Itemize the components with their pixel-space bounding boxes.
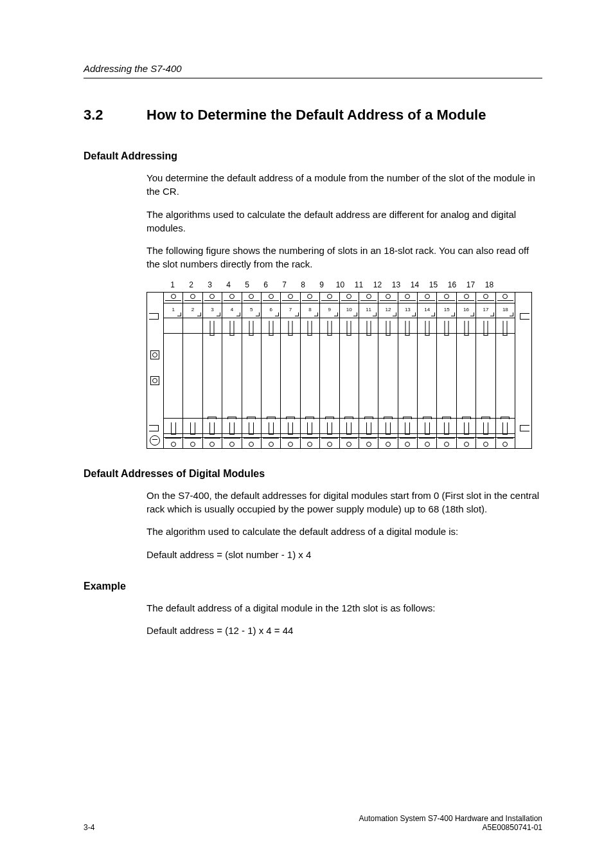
rack-top-label: 14 (405, 280, 424, 289)
rack-side-left (147, 293, 164, 448)
rack-slot-number: 7 (281, 303, 299, 318)
paragraph: The algorithms used to calculate the def… (147, 208, 542, 235)
rack-top-label: 18 (480, 280, 499, 289)
rack-slot-number: 18 (496, 303, 515, 318)
rack-body: 123456789101112131415161718 (147, 292, 532, 449)
heading-digital-addresses: Default Addresses of Digital Modules (84, 468, 542, 480)
rack-slot-number: 8 (301, 303, 319, 318)
page-number: 3-4 (84, 823, 94, 832)
rack-slot: 14 (418, 293, 437, 448)
example-body: The default address of a digital module … (147, 601, 542, 638)
paragraph: On the S7-400, the default addresses for… (147, 489, 542, 516)
rack-top-label: 15 (424, 280, 443, 289)
default-addressing-body: You determine the default address of a m… (147, 171, 542, 271)
rack-slot-number: 3 (203, 303, 222, 318)
footer-line: A5E00850741-01 (359, 823, 543, 832)
formula: Default address = (slot number - 1) x 4 (147, 548, 542, 561)
rack-slot-number: 6 (262, 303, 280, 318)
rack-slot-number: 11 (359, 303, 378, 318)
formula: Default address = (12 - 1) x 4 = 44 (147, 624, 542, 637)
rack-top-label: 8 (294, 280, 312, 289)
rack-slot-number: 16 (457, 303, 475, 318)
rack-top-label: 13 (387, 280, 405, 289)
rack-slot: 16 (457, 293, 476, 448)
rack-top-label: 4 (219, 280, 238, 289)
rack-slot-number: 14 (418, 303, 436, 318)
footer-line: Automation System S7-400 Hardware and In… (359, 814, 543, 823)
rack-slot: 5 (242, 293, 262, 448)
rack-slot-number: 10 (340, 303, 359, 318)
heading-default-addressing: Default Addressing (84, 150, 542, 162)
rack-slot-number: 1 (164, 303, 182, 318)
rack-slot: 9 (320, 293, 339, 448)
rack-figure: 1 2 3 4 5 6 7 8 9 10 11 12 13 14 15 16 1… (147, 280, 542, 449)
rack-slot-number: 15 (437, 303, 456, 318)
rack-slot: 11 (359, 293, 378, 448)
rack-top-label: 7 (275, 280, 294, 289)
rack-slot-number: 12 (378, 303, 397, 318)
paragraph: The following figure shows the numbering… (147, 244, 542, 271)
heading-example: Example (84, 581, 542, 592)
rack-slot: 17 (476, 293, 495, 448)
rack-slot: 13 (398, 293, 418, 448)
rack-slot: 7 (281, 293, 300, 448)
page-footer: 3-4 Automation System S7-400 Hardware an… (84, 814, 542, 832)
rack-slot: 12 (378, 293, 398, 448)
rack-top-label: 10 (331, 280, 350, 289)
paragraph: The algorithm used to calculate the defa… (147, 525, 542, 538)
rack-top-label: 5 (238, 280, 256, 289)
rack-top-label: 3 (200, 280, 219, 289)
rack-slot: 6 (262, 293, 281, 448)
rack-slot: 18 (496, 293, 515, 448)
rack-slot-number: 5 (242, 303, 261, 318)
running-head: Addressing the S7-400 (84, 63, 542, 78)
rack-top-label: 17 (461, 280, 480, 289)
rack-slot: 4 (222, 293, 242, 448)
rack-top-label: 12 (368, 280, 387, 289)
paragraph: The default address of a digital module … (147, 601, 542, 615)
section-heading: 3.2 How to Determine the Default Address… (84, 107, 542, 123)
rack-side-right (515, 293, 531, 448)
rack-top-label: 11 (350, 280, 368, 289)
rack-top-label: 9 (312, 280, 331, 289)
rack-top-labels: 1 2 3 4 5 6 7 8 9 10 11 12 13 14 15 16 1… (163, 280, 532, 289)
rack-slot: 8 (301, 293, 320, 448)
rack-slot: 10 (340, 293, 359, 448)
section-number: 3.2 (84, 107, 147, 123)
digital-body: On the S7-400, the default addresses for… (147, 489, 542, 561)
rack-slot: 15 (437, 293, 456, 448)
rack-slot-number: 9 (320, 303, 339, 318)
rack-top-label: 6 (256, 280, 275, 289)
rack-slot: 1 (164, 293, 183, 448)
section-title: How to Determine the Default Address of … (147, 107, 486, 123)
rack-top-label: 1 (163, 280, 182, 289)
rack-slot-number: 17 (476, 303, 495, 318)
rack-slot-number: 4 (222, 303, 241, 318)
rack-slot: 3 (203, 293, 222, 448)
rack-top-label: 2 (182, 280, 200, 289)
rack-slot: 2 (183, 293, 202, 448)
rack-top-label: 16 (443, 280, 461, 289)
paragraph: You determine the default address of a m… (147, 171, 542, 199)
rack-slot-number: 13 (398, 303, 417, 318)
rack-slot-number: 2 (183, 303, 202, 318)
